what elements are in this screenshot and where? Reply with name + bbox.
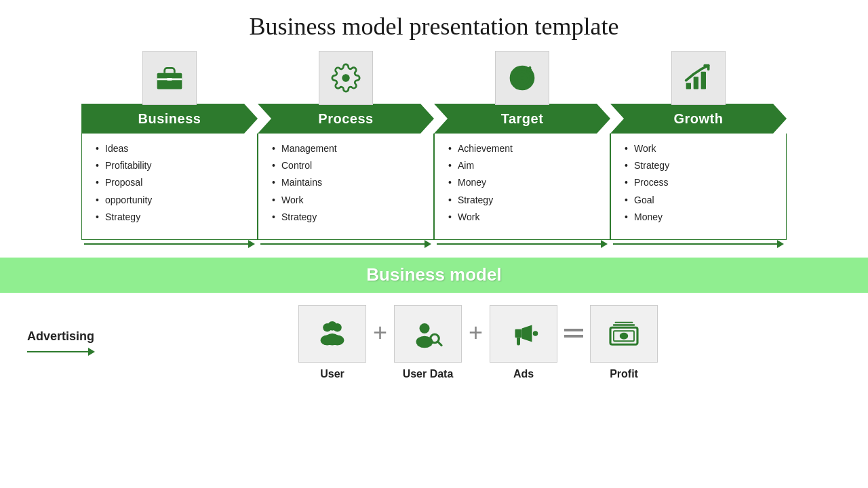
card-business: Business Ideas Profitability Proposal op… bbox=[81, 51, 258, 248]
list-item: Management bbox=[272, 140, 425, 157]
business-model-banner: Business model bbox=[0, 258, 868, 293]
svg-point-3 bbox=[342, 75, 350, 82]
users-icon bbox=[315, 317, 349, 350]
list-item: Achievement bbox=[448, 140, 601, 157]
growth-list: Work Strategy Process Goal Money bbox=[625, 140, 778, 226]
business-banner: Business bbox=[81, 104, 258, 134]
bottom-items-row: User + User Data + bbox=[115, 305, 841, 380]
svg-rect-0 bbox=[157, 73, 182, 89]
bottom-section: Advertising User + bbox=[0, 293, 868, 380]
svg-point-23 bbox=[533, 331, 538, 337]
list-item: Strategy bbox=[448, 192, 601, 209]
profit-label: Profit bbox=[610, 368, 638, 380]
svg-point-18 bbox=[420, 323, 430, 333]
bottom-item-profit: Profit bbox=[590, 305, 658, 380]
ads-icon-box bbox=[490, 305, 557, 363]
business-model-label: Business model bbox=[366, 264, 501, 285]
svg-point-26 bbox=[620, 333, 629, 340]
growth-arrow bbox=[610, 240, 787, 248]
target-icon-box bbox=[495, 51, 549, 105]
process-arrow bbox=[258, 240, 434, 248]
money-icon bbox=[607, 317, 641, 350]
advertising-arrow bbox=[27, 348, 95, 356]
list-item: Money bbox=[448, 174, 601, 191]
svg-line-21 bbox=[438, 342, 441, 346]
list-item: Process bbox=[625, 174, 778, 191]
list-item: Work bbox=[272, 192, 425, 209]
gear-icon bbox=[331, 63, 361, 93]
list-item: Control bbox=[272, 157, 425, 174]
business-content: Ideas Profitability Proposal opportunity… bbox=[81, 134, 258, 240]
cards-section: Business Ideas Profitability Proposal op… bbox=[0, 51, 868, 248]
target-list: Achievement Aim Money Strategy Work bbox=[448, 140, 601, 226]
card-target: Target Achievement Aim Money Strategy Wo… bbox=[434, 51, 610, 248]
growth-banner: Growth bbox=[610, 104, 787, 134]
user-icon-box bbox=[298, 305, 366, 363]
process-content: Management Control Maintains Work Strate… bbox=[258, 134, 434, 240]
svg-point-6 bbox=[520, 76, 524, 80]
svg-point-17 bbox=[325, 333, 340, 346]
card-growth: Growth Work Strategy Process Goal Money bbox=[610, 51, 787, 248]
business-icon-box bbox=[142, 51, 197, 105]
target-arrow bbox=[434, 240, 610, 248]
target-icon bbox=[507, 63, 537, 93]
advertising-label: Advertising bbox=[27, 329, 94, 344]
list-item: Strategy bbox=[96, 209, 249, 226]
process-label: Process bbox=[318, 111, 373, 127]
list-item: Proposal bbox=[96, 174, 249, 191]
process-icon-box bbox=[319, 51, 373, 105]
briefcase-icon bbox=[155, 63, 184, 93]
bottom-item-ads: Ads bbox=[490, 305, 557, 380]
list-item: Profitability bbox=[96, 157, 249, 174]
advertising-section: Advertising bbox=[27, 329, 115, 356]
list-item: Work bbox=[448, 209, 601, 226]
list-item: Work bbox=[625, 140, 778, 157]
business-arrow bbox=[81, 240, 258, 248]
list-item: Aim bbox=[448, 157, 601, 174]
target-label: Target bbox=[501, 111, 544, 127]
card-process: Process Management Control Maintains Wor… bbox=[258, 51, 434, 248]
target-content: Achievement Aim Money Strategy Work bbox=[434, 134, 610, 240]
bottom-item-userdata: User Data bbox=[394, 305, 462, 380]
svg-rect-22 bbox=[515, 329, 522, 338]
userdata-label: User Data bbox=[403, 368, 454, 380]
list-item: Maintains bbox=[272, 174, 425, 191]
plus-operator-1: + bbox=[373, 321, 387, 345]
process-list: Management Control Maintains Work Strate… bbox=[272, 140, 425, 226]
svg-rect-10 bbox=[694, 77, 698, 89]
list-item: opportunity bbox=[96, 192, 249, 209]
plus-operator-2: + bbox=[469, 321, 483, 345]
growth-icon-box bbox=[671, 51, 726, 105]
list-item: Ideas bbox=[96, 140, 249, 157]
growth-label: Growth bbox=[674, 111, 724, 127]
list-item: Goal bbox=[625, 192, 778, 209]
ads-label: Ads bbox=[513, 368, 534, 380]
user-label: User bbox=[320, 368, 344, 380]
bottom-item-user: User bbox=[298, 305, 366, 380]
profit-icon-box bbox=[590, 305, 658, 363]
target-banner: Target bbox=[434, 104, 610, 134]
megaphone-icon bbox=[507, 317, 540, 350]
business-list: Ideas Profitability Proposal opportunity… bbox=[96, 140, 249, 226]
business-label: Business bbox=[138, 111, 201, 127]
userdata-icon-box bbox=[394, 305, 462, 363]
page-title: Business model presentation template bbox=[0, 0, 868, 47]
equals-operator bbox=[564, 329, 583, 338]
svg-point-14 bbox=[328, 321, 337, 331]
process-banner: Process bbox=[258, 104, 434, 134]
svg-rect-9 bbox=[686, 83, 691, 89]
chart-icon bbox=[684, 63, 713, 93]
growth-content: Work Strategy Process Goal Money bbox=[610, 134, 787, 240]
user-search-icon bbox=[411, 317, 445, 350]
svg-rect-11 bbox=[701, 72, 706, 89]
list-item: Money bbox=[625, 209, 778, 226]
list-item: Strategy bbox=[625, 157, 778, 174]
list-item: Strategy bbox=[272, 209, 425, 226]
